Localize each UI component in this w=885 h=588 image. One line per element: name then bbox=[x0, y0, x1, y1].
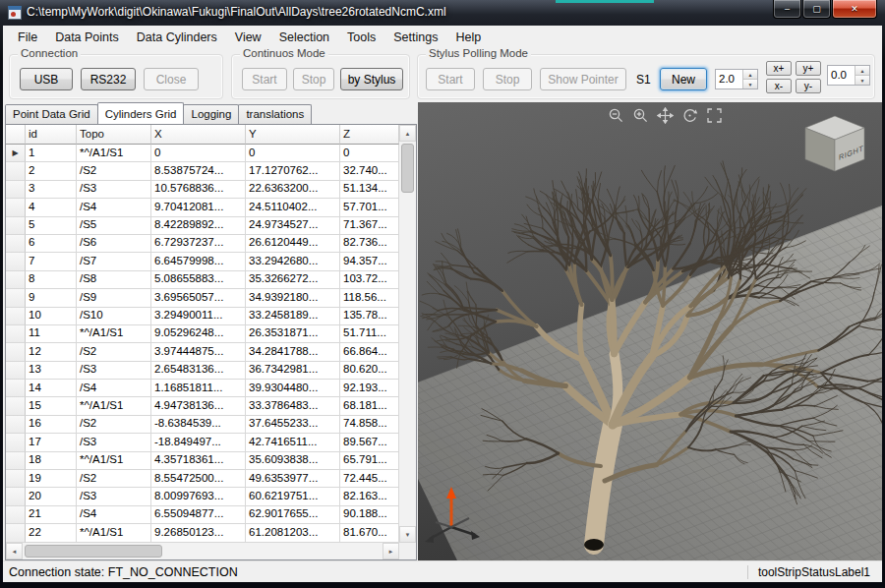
cell[interactable]: 18 bbox=[26, 452, 77, 470]
cell[interactable]: 8.00997693... bbox=[151, 488, 246, 505]
cell[interactable]: /S7 bbox=[77, 253, 151, 270]
cell[interactable]: 5 bbox=[26, 217, 77, 235]
cell[interactable]: 82.736... bbox=[340, 235, 399, 253]
cell[interactable]: 9.70412081... bbox=[151, 199, 246, 216]
cell[interactable]: 34.9392180... bbox=[246, 289, 340, 307]
cell[interactable]: 19 bbox=[26, 470, 77, 488]
table-row[interactable]: 2/S28.53875724...17.1270762...32.740... bbox=[6, 162, 399, 180]
interval-down-icon[interactable]: ▼ bbox=[742, 79, 757, 88]
cell[interactable]: /S8 bbox=[77, 271, 151, 289]
cell[interactable]: 33.3786483... bbox=[246, 397, 340, 415]
cell[interactable]: 49.6353977... bbox=[246, 470, 340, 488]
menu-view[interactable]: View bbox=[226, 27, 270, 48]
zoom-out-icon[interactable] bbox=[608, 107, 624, 124]
cell[interactable]: 92.193... bbox=[340, 380, 399, 397]
cell[interactable]: 71.367... bbox=[340, 217, 399, 235]
cell[interactable]: 118.56... bbox=[340, 289, 399, 307]
tab-logging[interactable]: Logging bbox=[183, 104, 239, 124]
cell[interactable]: 3.29490011... bbox=[151, 308, 246, 325]
y-minus-button[interactable]: y- bbox=[796, 79, 821, 93]
row-header[interactable] bbox=[6, 325, 26, 343]
cell[interactable]: 8 bbox=[26, 271, 77, 289]
close-button[interactable]: ✕ bbox=[832, 0, 877, 19]
scroll-down-icon[interactable]: ▼ bbox=[399, 526, 416, 543]
new-button[interactable]: New bbox=[660, 68, 707, 90]
cell[interactable]: 20 bbox=[26, 488, 77, 505]
show-pointer-button[interactable]: Show Pointer bbox=[540, 68, 626, 90]
cell[interactable]: 9 bbox=[26, 289, 77, 307]
cell[interactable]: 35.6093838... bbox=[246, 452, 340, 470]
cell[interactable]: 3 bbox=[26, 181, 77, 199]
cell[interactable]: 0 bbox=[246, 145, 340, 162]
cell[interactable]: 15 bbox=[26, 397, 77, 415]
horizontal-scroll-thumb[interactable] bbox=[25, 545, 162, 558]
cell[interactable]: 12 bbox=[26, 343, 77, 361]
row-header[interactable] bbox=[6, 434, 26, 451]
tab-point-data-grid[interactable]: Point Data Grid bbox=[5, 104, 98, 124]
cell[interactable]: 72.445... bbox=[340, 470, 399, 488]
cell[interactable]: 2.65483136... bbox=[151, 362, 246, 380]
cell[interactable]: /S3 bbox=[77, 488, 151, 505]
cell[interactable]: *^/A1/S1 bbox=[77, 524, 151, 542]
row-header[interactable] bbox=[6, 271, 26, 289]
cell[interactable]: 8.53875724... bbox=[151, 162, 246, 180]
row-header[interactable] bbox=[6, 524, 26, 542]
cell[interactable]: 57.701... bbox=[340, 199, 399, 216]
cell[interactable]: /S4 bbox=[77, 506, 151, 524]
table-row[interactable]: 20/S38.00997693...60.6219751...82.163... bbox=[6, 488, 399, 505]
cell[interactable]: /S3 bbox=[77, 181, 151, 199]
cell[interactable]: 35.3266272... bbox=[246, 271, 340, 289]
vertical-scrollbar[interactable]: ▲ ▼ bbox=[399, 125, 416, 543]
cell[interactable]: 34.2841788... bbox=[246, 343, 340, 361]
maximize-button[interactable]: ▢ bbox=[802, 0, 831, 19]
menu-selection[interactable]: Selection bbox=[270, 27, 338, 48]
cell[interactable]: 26.6120449... bbox=[246, 235, 340, 253]
cell[interactable]: /S2 bbox=[77, 343, 151, 361]
menu-help[interactable]: Help bbox=[446, 27, 490, 48]
table-row[interactable]: 18*^/A1/S14.35718361...35.6093838...65.7… bbox=[6, 452, 399, 470]
zoom-in-icon[interactable] bbox=[632, 107, 649, 124]
x-minus-button[interactable]: x- bbox=[766, 79, 792, 93]
cell[interactable]: 103.72... bbox=[340, 271, 399, 289]
cell[interactable]: 51.711... bbox=[340, 325, 399, 343]
cell[interactable]: 62.9017655... bbox=[246, 506, 340, 524]
row-header[interactable] bbox=[6, 217, 26, 235]
stylus-stop-button[interactable]: Stop bbox=[483, 68, 532, 90]
cell[interactable]: 1 bbox=[26, 145, 77, 162]
cell[interactable]: 17 bbox=[26, 434, 77, 451]
cell[interactable]: 6.55094877... bbox=[151, 506, 246, 524]
usb-button[interactable]: USB bbox=[20, 68, 73, 90]
table-row[interactable]: 22*^/A1/S19.26850123...61.2081203...81.6… bbox=[6, 524, 399, 542]
cell[interactable]: 32.740... bbox=[340, 162, 399, 180]
cell[interactable]: 9.05296248... bbox=[151, 325, 246, 343]
table-row[interactable]: 19/S28.55472500...49.6353977...72.445... bbox=[6, 470, 399, 488]
row-header[interactable] bbox=[6, 199, 26, 216]
cell[interactable]: 1.16851811... bbox=[151, 380, 246, 397]
cell[interactable]: /S2 bbox=[77, 470, 151, 488]
cell[interactable]: 22 bbox=[26, 524, 77, 542]
table-row[interactable]: 9/S93.69565057...34.9392180...118.56... bbox=[6, 289, 399, 307]
title-bar[interactable]: C:\temp\MyWork\digit\Okinawa\Fukugi\Fina… bbox=[0, 0, 885, 26]
table-row[interactable]: 11*^/A1/S19.05296248...26.3531871...51.7… bbox=[6, 325, 399, 343]
cell[interactable]: *^/A1/S1 bbox=[77, 452, 151, 470]
menu-data-cylinders[interactable]: Data Cylinders bbox=[128, 27, 226, 48]
cell[interactable]: /S6 bbox=[77, 235, 151, 253]
cell[interactable]: 2 bbox=[26, 162, 77, 180]
interval-stepper[interactable]: 2.0 ▲ ▼ bbox=[715, 69, 758, 89]
tab-translations[interactable]: translations bbox=[238, 104, 312, 124]
row-header-corner[interactable] bbox=[6, 125, 26, 145]
cell[interactable]: *^/A1/S1 bbox=[77, 145, 151, 162]
row-header[interactable]: ▶ bbox=[6, 145, 26, 162]
cell[interactable]: 10 bbox=[26, 308, 77, 325]
continuous-stop-button[interactable]: Stop bbox=[293, 68, 334, 90]
table-row[interactable]: 13/S32.65483136...36.7342981...80.620... bbox=[6, 362, 399, 380]
interval-up-icon[interactable]: ▲ bbox=[742, 70, 757, 79]
column-header-y[interactable]: Y bbox=[246, 125, 340, 145]
row-header[interactable] bbox=[6, 235, 26, 253]
table-row[interactable]: 14/S41.16851811...39.9304480...92.193... bbox=[6, 380, 399, 397]
row-header[interactable] bbox=[6, 397, 26, 415]
row-header[interactable] bbox=[6, 362, 26, 380]
row-header[interactable] bbox=[6, 470, 26, 488]
cell[interactable]: 0 bbox=[151, 145, 246, 162]
cell[interactable]: 4.94738136... bbox=[151, 397, 246, 415]
